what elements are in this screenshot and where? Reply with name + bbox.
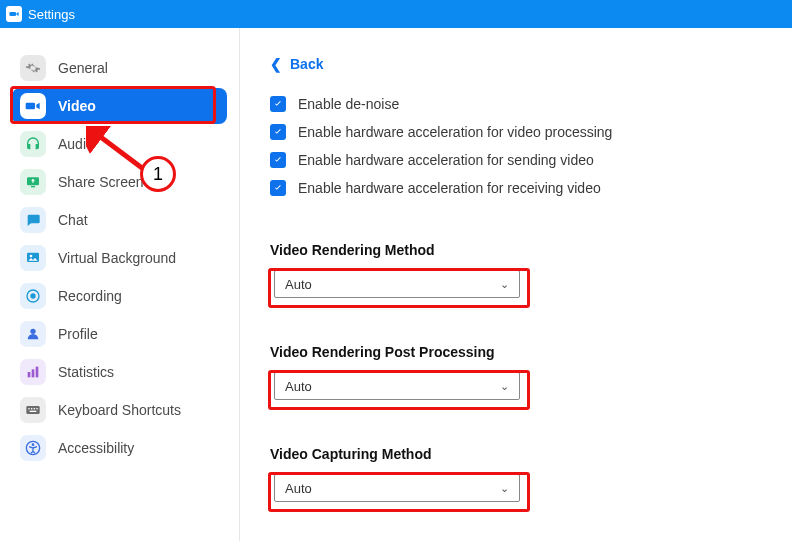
sidebar-item-label: Profile	[58, 326, 98, 342]
video-icon	[20, 93, 46, 119]
dropdown[interactable]: Auto⌄	[274, 474, 520, 502]
svg-rect-1	[31, 186, 35, 187]
dropdown-value: Auto	[285, 379, 312, 394]
sidebar-item-general[interactable]: General	[12, 50, 227, 86]
sidebar-item-accessibility[interactable]: Accessibility	[12, 430, 227, 466]
checkbox-label: Enable hardware acceleration for video p…	[298, 124, 612, 140]
sidebar-item-label: Accessibility	[58, 440, 134, 456]
sidebar: GeneralVideoAudioShare ScreenChatVirtual…	[0, 28, 240, 541]
select-wrap: Auto⌄	[270, 372, 528, 400]
sidebar-item-label: Recording	[58, 288, 122, 304]
dropdown[interactable]: Auto⌄	[274, 372, 520, 400]
checkbox-row: Enable hardware acceleration for sending…	[270, 152, 762, 168]
section-label: Video Rendering Post Processing	[270, 344, 762, 360]
svg-point-5	[30, 293, 35, 298]
checkbox-label: Enable hardware acceleration for receivi…	[298, 180, 601, 196]
chevron-down-icon: ⌄	[500, 482, 509, 495]
svg-point-6	[30, 329, 35, 334]
record-icon	[20, 283, 46, 309]
sidebar-item-label: Virtual Background	[58, 250, 176, 266]
sidebar-item-profile[interactable]: Profile	[12, 316, 227, 352]
sidebar-item-label: Share Screen	[58, 174, 144, 190]
svg-rect-7	[28, 372, 31, 377]
sidebar-item-audio[interactable]: Audio	[12, 126, 227, 162]
sidebar-item-label: Audio	[58, 136, 94, 152]
svg-rect-9	[36, 367, 39, 378]
checkbox-label: Enable de-noise	[298, 96, 399, 112]
background-icon	[20, 245, 46, 271]
window-title: Settings	[28, 7, 75, 22]
select-wrap: Auto⌄	[270, 474, 528, 502]
share-icon	[20, 169, 46, 195]
checkbox[interactable]	[270, 96, 286, 112]
headphones-icon	[20, 131, 46, 157]
checkbox-row: Enable hardware acceleration for video p…	[270, 124, 762, 140]
sidebar-item-label: Keyboard Shortcuts	[58, 402, 181, 418]
svg-rect-12	[31, 408, 32, 409]
svg-rect-10	[26, 406, 39, 414]
sidebar-item-share-screen[interactable]: Share Screen	[12, 164, 227, 200]
svg-rect-8	[32, 369, 35, 377]
stats-icon	[20, 359, 46, 385]
chevron-left-icon: ❮	[270, 56, 282, 72]
sidebar-item-virtual-background[interactable]: Virtual Background	[12, 240, 227, 276]
gear-icon	[20, 55, 46, 81]
sidebar-item-recording[interactable]: Recording	[12, 278, 227, 314]
dropdown-value: Auto	[285, 481, 312, 496]
svg-rect-15	[30, 411, 37, 412]
svg-rect-14	[36, 408, 37, 409]
chat-icon	[20, 207, 46, 233]
titlebar: Settings	[0, 0, 792, 28]
back-button[interactable]: ❮ Back	[270, 56, 323, 72]
dropdown[interactable]: Auto⌄	[274, 270, 520, 298]
svg-rect-13	[34, 408, 35, 409]
main-panel: ❮ Back Enable de-noiseEnable hardware ac…	[240, 28, 792, 541]
svg-point-17	[32, 443, 35, 446]
sidebar-item-label: Chat	[58, 212, 88, 228]
svg-point-3	[30, 255, 33, 258]
checkbox[interactable]	[270, 152, 286, 168]
app-icon	[6, 6, 22, 22]
section-label: Video Rendering Method	[270, 242, 762, 258]
checkbox-label: Enable hardware acceleration for sending…	[298, 152, 594, 168]
dropdown-value: Auto	[285, 277, 312, 292]
profile-icon	[20, 321, 46, 347]
svg-rect-11	[28, 408, 29, 409]
section-label: Video Capturing Method	[270, 446, 762, 462]
keyboard-icon	[20, 397, 46, 423]
checkbox[interactable]	[270, 124, 286, 140]
chevron-down-icon: ⌄	[500, 380, 509, 393]
sidebar-item-label: General	[58, 60, 108, 76]
sidebar-item-statistics[interactable]: Statistics	[12, 354, 227, 390]
sidebar-item-label: Video	[58, 98, 96, 114]
sidebar-item-video[interactable]: Video	[12, 88, 227, 124]
chevron-down-icon: ⌄	[500, 278, 509, 291]
checkbox-row: Enable hardware acceleration for receivi…	[270, 180, 762, 196]
select-wrap: Auto⌄	[270, 270, 528, 298]
sidebar-item-keyboard-shortcuts[interactable]: Keyboard Shortcuts	[12, 392, 227, 428]
back-label: Back	[290, 56, 323, 72]
sidebar-item-chat[interactable]: Chat	[12, 202, 227, 238]
checkbox-row: Enable de-noise	[270, 96, 762, 112]
checkbox[interactable]	[270, 180, 286, 196]
accessibility-icon	[20, 435, 46, 461]
sidebar-item-label: Statistics	[58, 364, 114, 380]
